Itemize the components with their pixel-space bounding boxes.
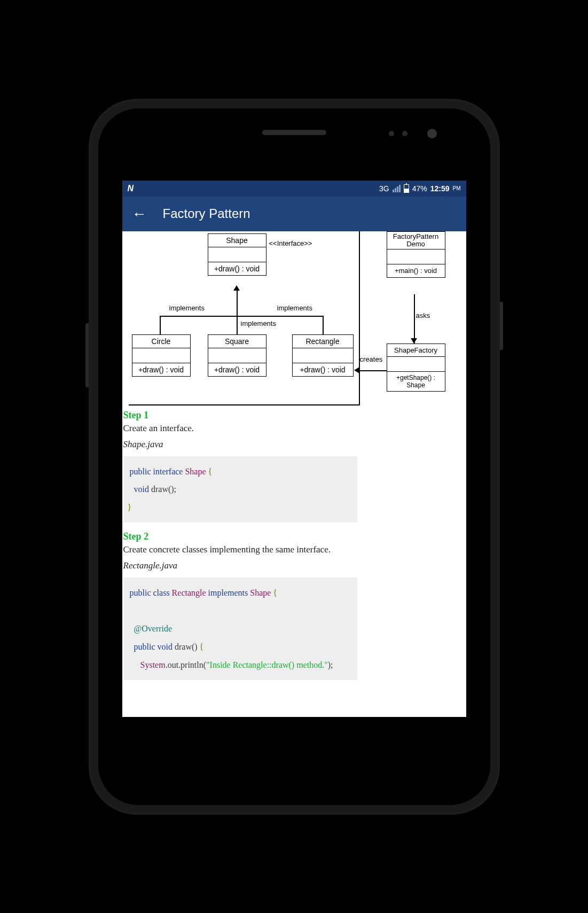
file-name: Shape.java xyxy=(123,439,465,450)
page-title: Factory Pattern xyxy=(163,206,250,221)
sensor-dot xyxy=(389,131,394,136)
app-bar: ← Factory Pattern xyxy=(122,197,466,231)
step-title: Step 1 xyxy=(123,410,465,421)
creates-label: creates xyxy=(360,355,383,363)
diagram-border xyxy=(129,231,360,405)
volume-button xyxy=(85,323,89,387)
uml-diagram: Shape +draw() : void <<Interface>> Facto… xyxy=(122,231,466,408)
code-block: public interface Shape { void draw(); } xyxy=(123,456,357,523)
step-description: Create an interface. xyxy=(123,423,465,434)
content-area[interactable]: Shape +draw() : void <<Interface>> Facto… xyxy=(122,231,466,717)
file-name: Rectangle.java xyxy=(123,560,465,571)
power-button xyxy=(500,302,503,350)
front-camera xyxy=(427,129,437,138)
asks-label: asks xyxy=(416,311,430,319)
battery-pct: 47% xyxy=(412,184,427,193)
battery-icon xyxy=(404,184,409,193)
time-suffix: PM xyxy=(453,185,461,191)
network-label: 3G xyxy=(379,184,389,193)
phone-frame: N 3G 47% 12:59 PM ← Factory Pattern xyxy=(89,99,500,815)
status-bar: N 3G 47% 12:59 PM xyxy=(122,181,466,197)
uml-shapefactory-box: ShapeFactory +getShape() : Shape xyxy=(387,344,445,392)
back-arrow-icon[interactable]: ← xyxy=(132,205,147,222)
screen: N 3G 47% 12:59 PM ← Factory Pattern xyxy=(122,181,466,717)
code-block: public class Rectangle implements Shape … xyxy=(123,578,357,680)
step-description: Create concrete classes implementing the… xyxy=(123,544,465,555)
speaker-grille xyxy=(262,130,326,135)
step-title: Step 2 xyxy=(123,531,465,542)
uml-factorydemo-box: FactoryPattern Demo +main() : void xyxy=(387,231,445,278)
signal-icon xyxy=(393,185,401,192)
android-n-icon: N xyxy=(128,184,134,193)
time: 12:59 xyxy=(430,184,450,193)
sensor-dot xyxy=(402,131,407,136)
